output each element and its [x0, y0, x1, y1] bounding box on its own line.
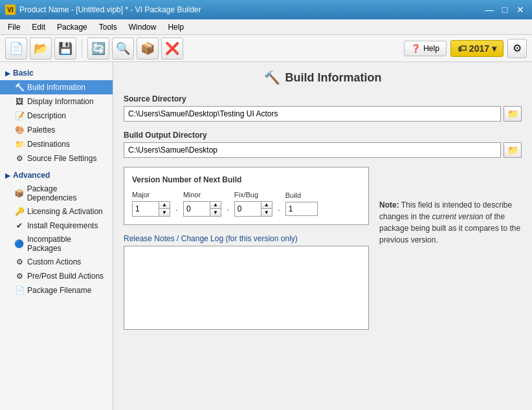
version-fields: Major ▲ ▼ · Mino [132, 191, 360, 217]
sidebar-item-palettes[interactable]: 🎨 Palettes [0, 123, 113, 137]
source-directory-input[interactable] [124, 106, 501, 122]
pkg-filename-icon: 📄 [14, 285, 25, 296]
sep-1: · [175, 204, 178, 215]
toolbar: 📄 📂 💾 🔄 🔍 📦 ❌ ❓ Help 🏷 2017 ▾ ⚙ [0, 35, 532, 62]
sep-3: · [278, 204, 280, 215]
menu-file[interactable]: File [3, 21, 25, 33]
year-label: 2017 [469, 43, 489, 54]
note-bold: Note: [379, 200, 399, 210]
menu-window[interactable]: Window [124, 21, 162, 33]
major-spin: ▲ ▼ [159, 202, 170, 216]
sidebar-label-licensing: Licensing & Activation [27, 207, 103, 216]
deploy-button[interactable]: 📦 [137, 38, 159, 59]
sidebar-label-description: Description [27, 111, 66, 120]
labview-icon: 🏷 [458, 43, 467, 54]
search-button[interactable]: 🔍 [112, 38, 134, 59]
sidebar-item-destinations[interactable]: 📁 Destinations [0, 137, 113, 151]
fixbug-spin: ▲ ▼ [261, 202, 272, 216]
major-field: Major ▲ ▼ [132, 191, 170, 217]
toolbar-right: ❓ Help 🏷 2017 ▾ ⚙ [404, 39, 527, 58]
sidebar-item-source-file-settings[interactable]: ⚙ Source File Settings [0, 151, 113, 166]
maximize-button[interactable]: □ [498, 3, 511, 16]
major-down[interactable]: ▼ [159, 209, 170, 216]
new-button[interactable]: 📄 [5, 38, 27, 59]
build-output-group: Build Output Directory 📁 [124, 131, 522, 158]
licensing-icon: 🔑 [14, 206, 25, 217]
note-italic: current version [432, 212, 483, 221]
advanced-section-header: ▶ Advanced [0, 168, 113, 182]
year-button[interactable]: 🏷 2017 ▾ [450, 40, 504, 57]
fixbug-input[interactable] [235, 202, 261, 216]
display-info-icon: 🖼 [14, 96, 25, 107]
advanced-arrow: ▶ [5, 172, 10, 179]
build-output-input[interactable] [124, 142, 501, 158]
incompat-icon: 🔵 [14, 239, 25, 249]
basic-arrow: ▶ [5, 70, 10, 77]
build-output-row: 📁 [124, 142, 522, 158]
save-button[interactable]: 💾 [54, 38, 76, 59]
fixbug-up[interactable]: ▲ [261, 202, 272, 209]
app-icon: VI [5, 5, 16, 15]
version-box-title: Version Number of Next Build [132, 175, 360, 184]
sidebar-label-palettes: Palettes [27, 125, 55, 135]
fixbug-down[interactable]: ▼ [261, 209, 272, 216]
minor-input[interactable] [184, 202, 210, 216]
separator-1 [82, 39, 82, 58]
page-title-bar: 🔨 Build Information [124, 70, 522, 85]
major-input[interactable] [133, 202, 159, 216]
page-title-icon: 🔨 [264, 70, 280, 85]
advanced-section-label: Advanced [13, 171, 50, 180]
minor-label: Minor [183, 191, 221, 199]
sidebar-item-licensing[interactable]: 🔑 Licensing & Activation [0, 204, 113, 219]
major-label: Major [132, 191, 170, 199]
sidebar-label-install-requirements: Install Requirements [27, 221, 98, 230]
sidebar-item-custom-actions[interactable]: ⚙ Custom Actions [0, 255, 113, 269]
source-settings-icon: ⚙ [14, 153, 25, 164]
menu-tools[interactable]: Tools [94, 21, 122, 33]
minor-down[interactable]: ▼ [210, 209, 221, 216]
open-button[interactable]: 📂 [30, 38, 52, 59]
source-directory-group: Source Directory 📁 [124, 94, 522, 122]
release-notes-label: Release Notes / Change Log (for this ver… [124, 234, 369, 243]
menu-help[interactable]: Help [162, 21, 189, 33]
version-section: Version Number of Next Build Major ▲ ▼ [124, 167, 369, 341]
sidebar-item-pre-post-build[interactable]: ⚙ Pre/Post Build Actions [0, 269, 113, 283]
title-bar-controls: — □ ✕ [483, 3, 527, 16]
sidebar-item-build-information[interactable]: 🔨 Build Information [0, 80, 113, 94]
install-req-icon: ✔ [14, 221, 25, 231]
sidebar-item-description[interactable]: 📝 Description [0, 109, 113, 123]
cancel-button[interactable]: ❌ [161, 38, 183, 59]
menu-package[interactable]: Package [52, 21, 93, 33]
destinations-icon: 📁 [14, 139, 25, 149]
refresh-button[interactable]: 🔄 [87, 38, 109, 59]
gear-icon: ⚙ [513, 42, 522, 54]
release-notes-input[interactable] [124, 246, 369, 330]
major-up[interactable]: ▲ [159, 202, 170, 209]
sidebar-label-incompatible-packages: Incompatible Packages [27, 235, 107, 253]
fixbug-label: Fix/Bug [234, 191, 272, 199]
minor-spin: ▲ ▼ [210, 202, 221, 216]
title-bar-left: VI Product Name - [Untitled.vipb] * - VI… [5, 5, 201, 15]
minimize-button[interactable]: — [483, 3, 496, 16]
source-directory-browse[interactable]: 📁 [504, 106, 522, 122]
help-button[interactable]: ❓ Help [404, 41, 447, 56]
sidebar-item-incompatible-packages[interactable]: 🔵 Incompatible Packages [0, 233, 113, 255]
minor-up[interactable]: ▲ [210, 202, 221, 209]
sidebar-item-display-information[interactable]: 🖼 Display Information [0, 94, 113, 109]
sidebar-item-package-filename[interactable]: 📄 Package Filename [0, 283, 113, 297]
sidebar: ▶ Basic 🔨 Build Information 🖼 Display In… [0, 62, 113, 410]
menu-edit[interactable]: Edit [27, 21, 50, 33]
pre-post-icon: ⚙ [14, 271, 25, 281]
close-button[interactable]: ✕ [514, 3, 527, 16]
settings-button[interactable]: ⚙ [507, 39, 527, 58]
sidebar-item-package-dependencies[interactable]: 📦 Package Dependencies [0, 182, 113, 204]
build-input[interactable] [285, 202, 318, 216]
fixbug-input-wrapper: ▲ ▼ [234, 201, 272, 217]
build-output-browse[interactable]: 📁 [504, 142, 522, 158]
main-layout: ▶ Basic 🔨 Build Information 🖼 Display In… [0, 62, 532, 410]
sidebar-label-package-dependencies: Package Dependencies [27, 184, 107, 202]
minor-field: Minor ▲ ▼ [183, 191, 221, 217]
title-bar: VI Product Name - [Untitled.vipb] * - VI… [0, 0, 532, 19]
sidebar-item-install-requirements[interactable]: ✔ Install Requirements [0, 219, 113, 233]
basic-section-header: ▶ Basic [0, 66, 113, 80]
